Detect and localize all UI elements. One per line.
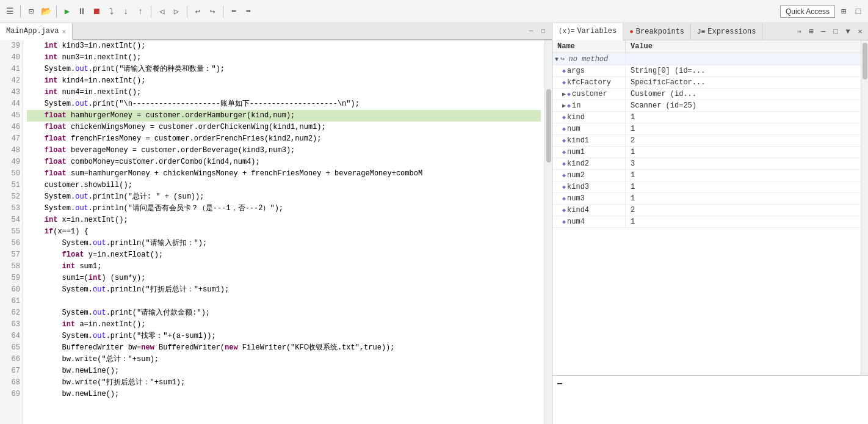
right-tab-bar: (x)= Variables ● Breakpoints J≡ Expressi…	[552, 23, 868, 40]
rt-icon-2[interactable]: ⊞	[806, 26, 817, 37]
var-value-cell: String[0] (id=...	[626, 65, 868, 76]
editor-maximize-icon[interactable]: □	[537, 25, 549, 37]
rt-icon-collapse[interactable]: ─	[818, 26, 829, 37]
var-row[interactable]: ▶◆customerCustomer (id...	[552, 89, 868, 100]
line-numbers: 3940414243444546474849505152535455565758…	[0, 40, 23, 424]
back-icon[interactable]: ◁	[156, 5, 168, 18]
var-row[interactable]: ◆num31	[552, 193, 868, 205]
run-icon[interactable]: ▶	[61, 5, 73, 18]
var-dot-icon: ◆	[562, 79, 566, 86]
code-line-48: float beverageMoney = customer.orderBeve…	[27, 145, 541, 156]
expressions-tab-label: Expressions	[707, 27, 756, 36]
col-name-header: Name	[552, 40, 626, 53]
separator-3	[151, 5, 151, 18]
var-value-cell: Customer (id...	[626, 89, 868, 100]
var-name-cell: ◆args	[552, 65, 626, 76]
left-arrow-icon[interactable]: ⬅	[228, 5, 240, 18]
menu-icon[interactable]: ☰	[4, 5, 16, 18]
var-row[interactable]: ◆argsString[0] (id=...	[552, 65, 868, 77]
quick-access-button[interactable]: Quick Access	[780, 5, 835, 18]
expand-icon[interactable]: ▼	[555, 56, 559, 63]
var-name-text: num3	[567, 194, 585, 203]
step-return-icon[interactable]: ↑	[134, 5, 146, 18]
var-name-cell: ◆num2	[552, 170, 626, 181]
var-value-cell: 1	[626, 181, 868, 192]
right-arrow-icon[interactable]: ➡	[242, 5, 255, 18]
code-line-46: float chickenWingsMoney = customer.order…	[27, 122, 541, 133]
separator-5	[223, 5, 223, 18]
step-over-icon[interactable]: ⤵	[105, 5, 117, 18]
new-icon[interactable]: ⊡	[25, 5, 37, 18]
var-name-cell: ◆kind4	[552, 205, 626, 216]
breakpoints-icon: ●	[629, 28, 634, 35]
code-line-40: int num3=in.nextInt();	[27, 52, 541, 64]
var-value-cell: 1	[626, 112, 868, 123]
toolbar-settings-icon[interactable]: ⊞	[837, 5, 850, 18]
var-row[interactable]: ◆kind23	[552, 158, 868, 170]
separator-2	[56, 5, 57, 18]
expand-icon[interactable]: ▶	[562, 103, 566, 109]
var-name-cell: ◆kind3	[552, 181, 626, 192]
var-row[interactable]: ◆kind12	[552, 135, 868, 147]
var-name-cell: ◆kfcFactory	[552, 77, 626, 88]
var-row[interactable]: ◆num1	[552, 123, 868, 135]
var-dot-icon: ◆	[567, 103, 571, 109]
var-value-cell: 1	[626, 147, 868, 158]
rt-icon-1[interactable]: ⇒	[794, 26, 805, 37]
var-row[interactable]: ◆kind42	[552, 205, 868, 216]
scrollbar-thumb[interactable]	[546, 89, 551, 163]
stop-icon[interactable]: ⏹	[90, 5, 103, 18]
rt-icon-close[interactable]: ✕	[855, 26, 866, 37]
tab-close-icon[interactable]: ✕	[62, 27, 66, 35]
tab-breakpoints[interactable]: ● Breakpoints	[623, 23, 691, 40]
tab-variables[interactable]: (x)= Variables	[552, 23, 623, 40]
var-value-cell: SpecificFactor...	[626, 77, 868, 88]
separator-4	[187, 5, 187, 18]
var-dot-icon: ◆	[562, 161, 566, 167]
code-area[interactable]: int kind3=in.nextInt(); int num3=in.next…	[23, 40, 544, 424]
maximize-icon[interactable]: □	[852, 5, 864, 18]
right-panel: (x)= Variables ● Breakpoints J≡ Expressi…	[552, 23, 868, 424]
step-into-icon[interactable]: ↓	[120, 5, 132, 18]
right-scrollbar-thumb[interactable]	[863, 43, 867, 79]
var-dot-icon: ◆	[562, 196, 566, 202]
var-value-cell: 1	[626, 170, 868, 181]
var-row[interactable]: ◆num41	[552, 216, 868, 228]
var-name-cell: ▼↪ no method	[552, 53, 626, 65]
redo-icon[interactable]: ↪	[206, 5, 219, 18]
expand-icon[interactable]: ▶	[562, 91, 566, 98]
console-cursor	[557, 383, 562, 384]
editor-content: 3940414243444546474849505152535455565758…	[0, 40, 552, 424]
var-name-text: num1	[567, 148, 585, 156]
expressions-icon: J≡	[697, 28, 705, 35]
rt-icon-expand[interactable]: □	[830, 26, 841, 37]
var-name-text: kfcFactory	[567, 78, 611, 87]
var-row[interactable]: ◆kind1	[552, 112, 868, 123]
var-name-text: num2	[567, 171, 585, 180]
var-name-cell: ◆kind2	[552, 158, 626, 169]
var-value-cell: 1	[626, 193, 868, 204]
var-value-cell: 1	[626, 123, 868, 134]
var-row[interactable]: ◆kfcFactorySpecificFactor...	[552, 77, 868, 89]
console-area[interactable]	[552, 375, 868, 424]
var-row[interactable]: ◆kind31	[552, 181, 868, 193]
undo-icon[interactable]: ↩	[192, 5, 204, 18]
code-line-63: int a=in.nextInt();	[27, 319, 541, 331]
var-row[interactable]: ▼↪ no method	[552, 53, 868, 65]
forward-icon[interactable]: ▷	[170, 5, 183, 18]
tab-expressions[interactable]: J≡ Expressions	[691, 23, 762, 40]
editor-scrollbar[interactable]	[544, 40, 552, 424]
code-line-65: BufferedWriter bw=new BufferedWriter(new…	[27, 342, 541, 354]
editor-tab-mainapp[interactable]: MainApp.java ✕	[0, 23, 73, 40]
separator-1	[20, 5, 21, 18]
var-row[interactable]: ◆num11	[552, 147, 868, 158]
open-icon[interactable]: 📂	[40, 5, 52, 18]
var-name-cell: ▶◆in	[552, 100, 626, 111]
rt-icon-down[interactable]: ▼	[842, 26, 853, 37]
right-panel-scrollbar[interactable]	[861, 40, 868, 375]
editor-minimize-icon[interactable]: ─	[525, 25, 537, 37]
var-row[interactable]: ◆num21	[552, 170, 868, 181]
pause-icon[interactable]: ⏸	[76, 5, 88, 18]
var-row[interactable]: ▶◆inScanner (id=25)	[552, 100, 868, 112]
group-label: ↪ no method	[560, 55, 608, 64]
